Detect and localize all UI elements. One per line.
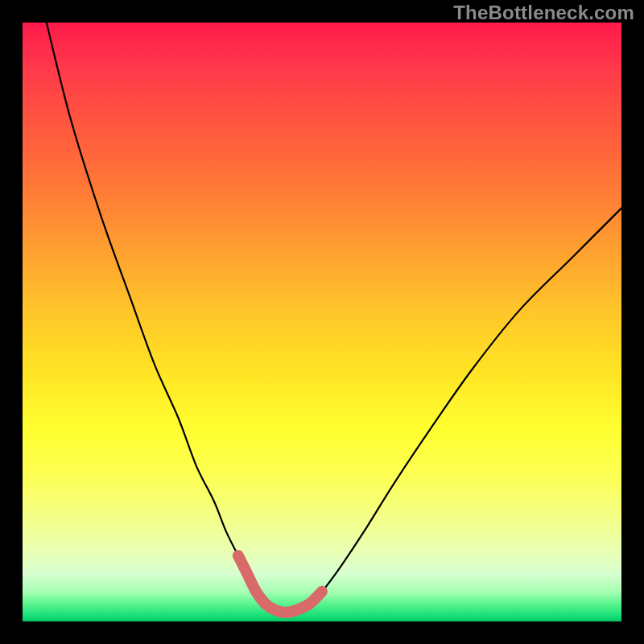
bottleneck-curve (47, 23, 621, 613)
chart-plot-area (23, 23, 621, 621)
chart-frame: TheBottleneck.com (0, 0, 644, 644)
chart-svg (23, 23, 621, 621)
sweet-spot-highlight (238, 555, 322, 613)
watermark-text: TheBottleneck.com (453, 2, 634, 24)
